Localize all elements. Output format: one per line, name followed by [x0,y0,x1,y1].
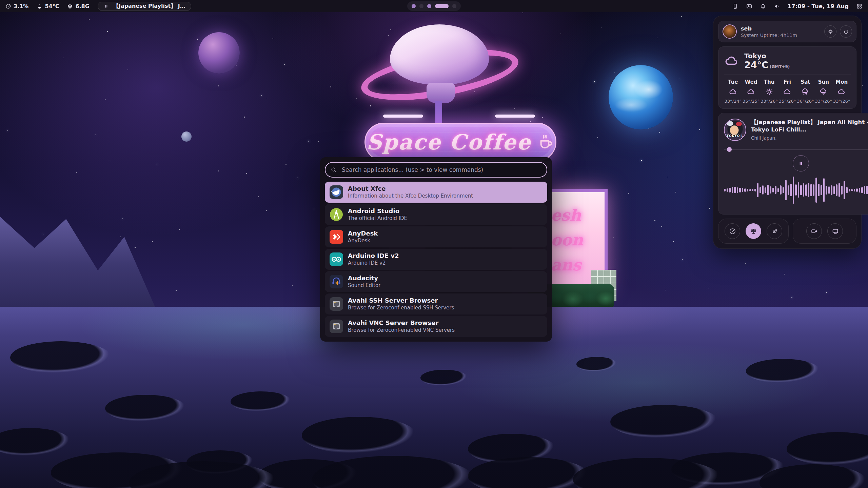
media-pill[interactable]: 【Japanese Playlist】 J… [98,2,191,11]
temperature-indicator: 54°C [37,3,59,9]
weather-forecast: Tue 33°/24° Wed 35°/25° Thu 33°/26° Fri … [724,79,851,104]
powersave-profile-button[interactable] [767,223,782,239]
forecast-day: Tue 33°/24° [724,79,742,104]
avahi-app-icon [330,297,343,311]
phone-link-icon[interactable] [732,3,738,9]
pause-button[interactable] [793,155,809,171]
gear-icon [828,29,833,35]
app-list: About Xfce Information about the Xfce De… [325,182,547,337]
power-profile-group [718,219,789,244]
forecast-day: Wed 35°/25° [742,79,760,104]
track-progress-slider[interactable] [724,147,868,152]
music-player-card: TOKYO L 【Japanese Playlist】 Japan All Ni… [718,113,868,215]
weather-card: Tokyo 24°C(GMT+9) Tue 33°/24° Wed 35°/25… [718,46,856,109]
neon-sign-text: Space Coffee [367,130,531,155]
weather-timezone: (GMT+9) [770,64,790,69]
memory-indicator: 6.8G [67,3,89,9]
chip-icon [67,3,73,9]
app-name: Audacity [348,274,380,282]
desktop: Space Coffee esh oon ans 3.1% 54°C 6.8G [0,0,868,488]
media-pill-label: 【Japanese Playlist】 J… [113,3,185,10]
app-list-item[interactable]: Avahi SSH Server Browser Browse for Zero… [325,293,547,314]
app-name: Android Studio [348,207,407,215]
app-list-item[interactable]: Arduino IDE v2 Arduino IDE v2 [325,249,547,270]
app-name: About Xfce [348,185,473,193]
wallpaper-icon[interactable] [746,3,752,9]
cloud-weather-icon [747,87,755,96]
app-name: Avahi VNC Server Browser [348,319,455,327]
coffee-cup-icon [536,133,554,151]
temperature-value: 54°C [45,3,59,9]
app-description: Arduino IDE v2 [348,260,399,266]
audio-waveform [724,171,868,209]
screenshot-button[interactable] [827,223,843,239]
cloud-weather-icon [837,87,846,96]
progress-knob[interactable] [727,147,732,152]
track-artist: Chill Japan. [751,135,868,141]
avahi-app-icon [330,320,343,333]
workspace-dot-5[interactable] [452,4,456,8]
top-bar: 3.1% 54°C 6.8G 【Japanese Playlist】 J… 1 [0,0,868,12]
app-description: Browse for Zeroconf-enabled SSH Servers [348,305,454,311]
app-description: Browse for Zeroconf-enabled VNC Servers [348,327,455,333]
rain-weather-icon [801,87,810,96]
volume-icon[interactable] [774,3,780,9]
workspace-dot-4[interactable] [435,4,449,8]
screen-icon [832,228,839,235]
app-description: The official Android IDE [348,215,407,222]
android-studio-app-icon [330,208,343,221]
balanced-profile-button[interactable] [746,223,761,239]
window-neon-fragment: esh [551,203,605,228]
video-camera-icon [811,228,818,235]
workspace-dot-1[interactable] [412,4,416,8]
workspace-indicator [407,1,461,11]
forecast-day: Mon 33°/26° [833,79,851,104]
arduino-app-icon [330,252,343,266]
app-list-item[interactable]: Android Studio The official Android IDE [325,204,547,225]
power-button[interactable] [840,25,852,38]
app-grid-icon[interactable] [856,3,863,9]
capture-group [793,219,856,244]
memory-value: 6.8G [75,3,89,9]
clock[interactable]: 17:09 - Tue, 19 Aug [788,3,849,9]
app-list-item[interactable]: Avahi VNC Server Browser Browse for Zero… [325,316,547,337]
leaf-icon [771,228,778,235]
forecast-day: Thu 33°/26° [760,79,778,104]
anydesk-app-icon [330,230,343,244]
screen-record-button[interactable] [806,223,822,239]
storm-weather-icon [819,87,828,96]
pause-icon [797,160,804,167]
app-description: AnyDesk [348,238,378,244]
power-icon [843,29,849,35]
search-input[interactable] [325,162,547,178]
weather-temperature: 24°C(GMT+9) [744,60,790,70]
workspace-dot-2[interactable] [419,4,423,8]
album-art: TOKYO L [724,119,746,141]
notifications-bell-icon[interactable] [760,3,766,9]
neon-sign: Space Coffee [364,123,556,161]
app-list-item[interactable]: AnyDesk AnyDesk [325,226,547,247]
cpu-usage-value: 3.1% [14,3,28,9]
pause-icon [103,3,109,9]
speedometer-icon [729,228,736,235]
settings-button[interactable] [824,25,836,38]
window-neon-fragment: oon [551,228,605,253]
speedometer-icon [5,3,11,9]
user-card: seb System Uptime: 4h11m [718,21,856,42]
app-name: Avahi SSH Server Browser [348,297,454,305]
app-list-item[interactable]: Audacity Sound Editor [325,271,547,292]
workspace-dot-3[interactable] [427,4,431,8]
app-description: Sound Editor [348,282,380,289]
app-description: Information about the Xfce Desktop Envir… [348,193,473,199]
app-name: Arduino IDE v2 [348,252,399,260]
forecast-day: Fri 35°/26° [778,79,796,104]
app-name: AnyDesk [348,230,378,238]
app-launcher: About Xfce Information about the Xfce De… [320,157,552,342]
weather-city: Tokyo [744,52,790,60]
cloud-icon [724,53,739,69]
performance-profile-button[interactable] [725,223,740,239]
app-list-item[interactable]: About Xfce Information about the Xfce De… [325,182,547,203]
cloud-weather-icon [783,87,792,96]
scales-icon [750,228,757,235]
cloud-weather-icon [729,87,737,96]
